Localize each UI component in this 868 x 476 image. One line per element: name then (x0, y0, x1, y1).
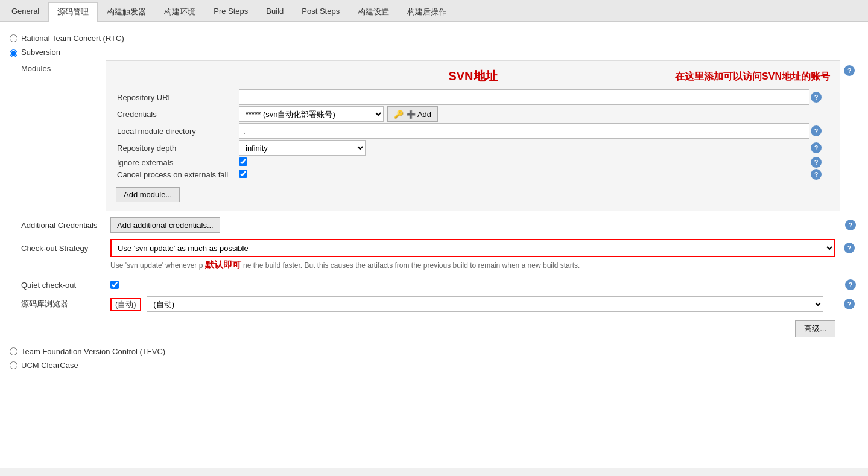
credentials-select[interactable]: ***** (svn自动化部署账号) (239, 106, 384, 122)
repo-depth-label: Repository depth (117, 140, 238, 156)
svn-right-annotation: 在这里添加可以访问SVN地址的账号 (675, 70, 830, 83)
modules-help[interactable]: ? (844, 65, 855, 76)
svn-section: Subversion Modules SVN地址 在这里添加可以访问SVN地址的… (21, 48, 858, 337)
ignore-ext-label: Ignore externals (117, 157, 238, 168)
ucm-label: UCM ClearCase (21, 361, 78, 370)
ignore-ext-checkbox[interactable] (239, 157, 247, 166)
cancel-process-checkbox[interactable] (239, 170, 247, 178)
tab-bar: General 源码管理 构建触发器 构建环境 Pre Steps Build … (0, 0, 868, 22)
checkout-desc-start: Use 'svn update' whenever p (110, 261, 203, 270)
ucm-radio[interactable] (10, 361, 17, 369)
local-dir-input[interactable] (239, 123, 809, 139)
credentials-label: Credentials (117, 106, 238, 122)
svn-fields-table: Repository URL ? Credentials (116, 88, 830, 181)
checkout-annotation: 默认即可 (205, 259, 241, 270)
additional-creds-help[interactable]: ? (845, 220, 856, 230)
rtc-radio[interactable] (10, 34, 17, 42)
checkout-desc-wrap: Use 'svn update' whenever p 默认即可 ne the … (21, 259, 858, 271)
svn-header-wrap: SVN地址 在这里添加可以访问SVN地址的账号 (116, 68, 830, 84)
local-dir-label: Local module directory (117, 123, 238, 139)
repo-url-row: Repository URL ? (117, 89, 829, 105)
ignore-ext-row: Ignore externals ? (117, 157, 829, 168)
add-module-btn[interactable]: Add module... (116, 187, 180, 202)
tab-env[interactable]: 构建环境 (155, 2, 204, 21)
checkout-strategy-field: Use 'svn update' as much as possible Alw… (110, 239, 835, 257)
advanced-btn[interactable]: 高级... (795, 320, 835, 337)
source-browser-annotation: (自动) (112, 299, 140, 310)
main-content: Rational Team Concert (RTC) Subversion M… (0, 22, 868, 468)
checkout-strategy-section: Check-out Strategy Use 'svn update' as m… (21, 239, 858, 271)
tab-presteps[interactable]: Pre Steps (204, 2, 257, 21)
repo-depth-help[interactable]: ? (811, 142, 822, 153)
add-credentials-btn[interactable]: 🔑 ➕ Add (387, 106, 438, 122)
checkout-desc-end: ne the build faster. But this causes the… (243, 261, 580, 270)
modules-panel: SVN地址 在这里添加可以访问SVN地址的账号 Repository URL ? (106, 60, 840, 211)
source-browser-row: 源码库浏览器 (自动) (自动) CollabNet FishEye ? (21, 296, 858, 312)
checkout-strategy-row: Check-out Strategy Use 'svn update' as m… (21, 239, 858, 257)
tab-triggers[interactable]: 构建触发器 (98, 2, 155, 21)
tab-build[interactable]: Build (257, 2, 293, 21)
cancel-process-row: Cancel process on externals fail ? (117, 169, 829, 180)
local-dir-help[interactable]: ? (811, 125, 822, 136)
checkout-desc: Use 'svn update' whenever p 默认即可 ne the … (110, 259, 858, 271)
tab-general[interactable]: General (2, 2, 48, 21)
quiet-checkout-help[interactable]: ? (845, 279, 856, 290)
tab-source[interactable]: 源码管理 (48, 2, 98, 22)
additional-creds-row: Additional Credentials Add additional cr… (21, 217, 858, 233)
repo-url-input[interactable] (239, 89, 809, 105)
advanced-row: 高级... (21, 320, 838, 337)
tfvc-radio[interactable] (10, 347, 17, 355)
checkout-strategy-help[interactable]: ? (844, 243, 855, 253)
source-browser-annotation-box: (自动) (110, 298, 141, 311)
credentials-row: Credentials ***** (svn自动化部署账号) 🔑 ➕ Add (117, 106, 829, 122)
svn-radio[interactable] (10, 49, 17, 57)
repo-depth-select[interactable]: infinity immediates files empty (239, 140, 366, 156)
add-additional-creds-btn[interactable]: Add additional credentials... (110, 217, 220, 233)
tfvc-label: Team Foundation Version Control (TFVC) (21, 347, 165, 356)
additional-creds-label: Additional Credentials (21, 221, 106, 230)
quiet-checkout-label: Quiet check-out (21, 281, 106, 290)
source-browser-help[interactable]: ? (844, 299, 855, 309)
tab-settings[interactable]: 构建设置 (349, 2, 398, 21)
quiet-checkout-checkbox[interactable] (110, 281, 119, 289)
repo-url-label: Repository URL (117, 89, 238, 105)
repo-url-help[interactable]: ? (811, 92, 822, 103)
ucm-radio-row: UCM ClearCase (10, 361, 858, 370)
local-dir-row: Local module directory ? (117, 123, 829, 139)
repo-depth-row: Repository depth infinity immediates fil… (117, 140, 829, 156)
source-browser-select[interactable]: (自动) CollabNet FishEye (147, 296, 823, 312)
svn-header-annotation: SVN地址 (448, 69, 497, 83)
rtc-label: Rational Team Concert (RTC) (21, 34, 124, 43)
rtc-radio-row: Rational Team Concert (RTC) (10, 34, 858, 43)
svn-radio-row: Subversion Modules SVN地址 在这里添加可以访问SVN地址的… (10, 48, 858, 337)
checkout-strategy-label: Check-out Strategy (21, 244, 106, 253)
checkout-strategy-select[interactable]: Use 'svn update' as much as possible Alw… (112, 240, 834, 256)
modules-label: Modules (21, 60, 106, 73)
checkout-strategy-border: Use 'svn update' as much as possible Alw… (110, 239, 835, 257)
tab-poststeps[interactable]: Post Steps (293, 2, 349, 21)
quiet-checkout-row: Quiet check-out ? (21, 279, 858, 290)
tab-postbuild[interactable]: 构建后操作 (398, 2, 455, 21)
ignore-ext-help[interactable]: ? (811, 157, 822, 168)
key-icon: 🔑 (394, 110, 404, 119)
source-browser-label: 源码库浏览器 (21, 299, 106, 309)
svn-label: Subversion (21, 48, 858, 57)
source-browser-field: (自动) (自动) CollabNet FishEye (110, 296, 835, 312)
tfvc-radio-row: Team Foundation Version Control (TFVC) (10, 347, 858, 356)
cancel-process-help[interactable]: ? (811, 169, 822, 180)
cancel-process-label: Cancel process on externals fail (117, 169, 238, 180)
